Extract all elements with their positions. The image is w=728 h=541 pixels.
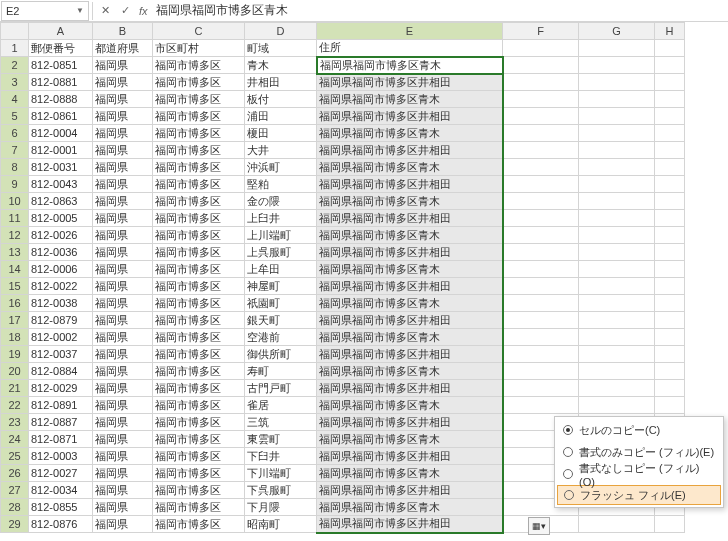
cell[interactable]: 812-0879 bbox=[29, 312, 93, 329]
row-header[interactable]: 28 bbox=[1, 499, 29, 516]
cell[interactable] bbox=[655, 210, 685, 227]
cell[interactable] bbox=[503, 125, 579, 142]
cell[interactable]: 812-0001 bbox=[29, 142, 93, 159]
row-header[interactable]: 29 bbox=[1, 516, 29, 533]
cell[interactable]: 福岡県福岡市博多区青木 bbox=[317, 261, 503, 278]
cell[interactable]: 812-0863 bbox=[29, 193, 93, 210]
name-box-dropdown-icon[interactable]: ▼ bbox=[76, 6, 84, 15]
cell[interactable]: 812-0037 bbox=[29, 346, 93, 363]
row-header[interactable]: 22 bbox=[1, 397, 29, 414]
cell[interactable] bbox=[655, 329, 685, 346]
cell[interactable]: 東雲町 bbox=[245, 431, 317, 448]
row-header[interactable]: 19 bbox=[1, 346, 29, 363]
cell[interactable]: 福岡市博多区 bbox=[153, 227, 245, 244]
cell[interactable] bbox=[655, 74, 685, 91]
cell[interactable] bbox=[503, 295, 579, 312]
cell[interactable]: 板付 bbox=[245, 91, 317, 108]
row-header[interactable]: 11 bbox=[1, 210, 29, 227]
cell[interactable] bbox=[579, 57, 655, 74]
cell[interactable]: 福岡県福岡市博多区青木 bbox=[317, 363, 503, 380]
cell[interactable]: 福岡市博多区 bbox=[153, 295, 245, 312]
cell[interactable]: 福岡市博多区 bbox=[153, 329, 245, 346]
cell[interactable]: 福岡県福岡市博多区井相田 bbox=[317, 448, 503, 465]
cell[interactable]: 812-0861 bbox=[29, 108, 93, 125]
cell[interactable]: 812-0881 bbox=[29, 74, 93, 91]
cell[interactable]: 福岡市博多区 bbox=[153, 499, 245, 516]
cell[interactable] bbox=[579, 380, 655, 397]
cell[interactable]: 福岡市博多区 bbox=[153, 278, 245, 295]
cell[interactable] bbox=[579, 142, 655, 159]
cell[interactable]: 福岡県福岡市博多区井相田 bbox=[317, 516, 503, 533]
cell[interactable]: 812-0891 bbox=[29, 397, 93, 414]
cell[interactable]: 福岡県福岡市博多区井相田 bbox=[317, 278, 503, 295]
row-header[interactable]: 18 bbox=[1, 329, 29, 346]
cell[interactable]: 福岡県 bbox=[93, 516, 153, 533]
cell[interactable]: 上臼井 bbox=[245, 210, 317, 227]
col-header-C[interactable]: C bbox=[153, 23, 245, 40]
cell[interactable] bbox=[503, 193, 579, 210]
cell[interactable]: 福岡県福岡市博多区井相田 bbox=[317, 244, 503, 261]
cell[interactable] bbox=[579, 261, 655, 278]
cell[interactable]: 福岡県 bbox=[93, 125, 153, 142]
cell[interactable] bbox=[503, 159, 579, 176]
cell[interactable] bbox=[655, 516, 685, 533]
row-header[interactable]: 25 bbox=[1, 448, 29, 465]
cell[interactable]: 福岡県福岡市博多区青木 bbox=[317, 499, 503, 516]
cell[interactable]: 812-0003 bbox=[29, 448, 93, 465]
cell[interactable] bbox=[655, 125, 685, 142]
row-header[interactable]: 23 bbox=[1, 414, 29, 431]
cell[interactable]: 福岡県福岡市博多区青木 bbox=[317, 329, 503, 346]
cell[interactable]: 下臼井 bbox=[245, 448, 317, 465]
row-header[interactable]: 8 bbox=[1, 159, 29, 176]
row-header[interactable]: 20 bbox=[1, 363, 29, 380]
row-header[interactable]: 26 bbox=[1, 465, 29, 482]
cell[interactable] bbox=[579, 329, 655, 346]
cell[interactable]: 福岡県 bbox=[93, 210, 153, 227]
cell[interactable]: 市区町村 bbox=[153, 40, 245, 57]
cell[interactable]: 福岡県福岡市博多区青木 bbox=[317, 125, 503, 142]
row-header[interactable]: 2 bbox=[1, 57, 29, 74]
cell[interactable] bbox=[655, 159, 685, 176]
row-header[interactable]: 17 bbox=[1, 312, 29, 329]
formula-confirm-button[interactable]: ✓ bbox=[115, 4, 135, 17]
cell[interactable] bbox=[503, 397, 579, 414]
cell[interactable] bbox=[655, 193, 685, 210]
cell[interactable]: 812-0026 bbox=[29, 227, 93, 244]
cell[interactable]: 福岡県福岡市博多区青木 bbox=[317, 193, 503, 210]
cell[interactable]: 福岡市博多区 bbox=[153, 176, 245, 193]
cell[interactable]: 福岡市博多区 bbox=[153, 108, 245, 125]
col-header-E[interactable]: E bbox=[317, 23, 503, 40]
cell[interactable]: 福岡県 bbox=[93, 244, 153, 261]
cell[interactable]: 下川端町 bbox=[245, 465, 317, 482]
cell[interactable] bbox=[655, 312, 685, 329]
cell[interactable]: 福岡県福岡市博多区青木 bbox=[317, 295, 503, 312]
cell[interactable] bbox=[579, 244, 655, 261]
cell[interactable]: 812-0027 bbox=[29, 465, 93, 482]
cell[interactable]: 上牟田 bbox=[245, 261, 317, 278]
cell[interactable]: 福岡市博多区 bbox=[153, 91, 245, 108]
row-header[interactable]: 21 bbox=[1, 380, 29, 397]
cell[interactable]: 福岡県福岡市博多区青木 bbox=[317, 57, 503, 74]
cell[interactable] bbox=[655, 295, 685, 312]
cell[interactable]: 福岡県 bbox=[93, 176, 153, 193]
cell[interactable]: 福岡県福岡市博多区青木 bbox=[317, 431, 503, 448]
cell[interactable]: 812-0034 bbox=[29, 482, 93, 499]
cell[interactable]: 812-0029 bbox=[29, 380, 93, 397]
cell[interactable] bbox=[655, 108, 685, 125]
cell[interactable] bbox=[579, 125, 655, 142]
cell[interactable] bbox=[503, 210, 579, 227]
cell[interactable] bbox=[579, 295, 655, 312]
cell[interactable]: 福岡市博多区 bbox=[153, 159, 245, 176]
cell[interactable]: 福岡県福岡市博多区井相田 bbox=[317, 108, 503, 125]
cell[interactable]: 福岡市博多区 bbox=[153, 516, 245, 533]
cell[interactable] bbox=[503, 227, 579, 244]
cell[interactable] bbox=[579, 278, 655, 295]
cell[interactable] bbox=[503, 261, 579, 278]
row-header[interactable]: 14 bbox=[1, 261, 29, 278]
cell[interactable]: 銀天町 bbox=[245, 312, 317, 329]
col-header-A[interactable]: A bbox=[29, 23, 93, 40]
cell[interactable]: 福岡県 bbox=[93, 74, 153, 91]
cell[interactable]: 福岡県 bbox=[93, 159, 153, 176]
cell[interactable]: 昭南町 bbox=[245, 516, 317, 533]
cell[interactable]: 福岡県 bbox=[93, 57, 153, 74]
